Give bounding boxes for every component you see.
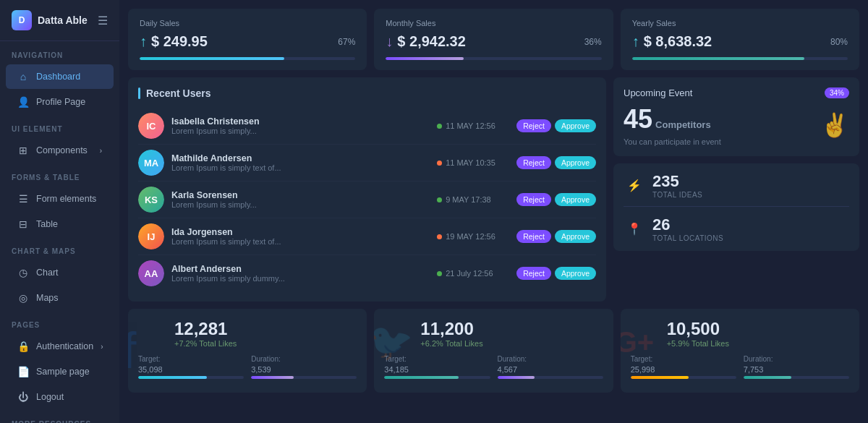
sidebar-item-authentication[interactable]: 🔒 Authentication ›: [6, 334, 114, 359]
approve-button-3[interactable]: Approve: [555, 230, 596, 243]
chevron-right-auth-icon: ›: [101, 343, 103, 351]
monthly-sales-progress-fill: [386, 57, 463, 60]
hamburger-icon[interactable]: ☰: [98, 14, 108, 27]
total-locations-count: 26: [652, 215, 723, 234]
nav-section-ui: UI ELEMENT ⊞ Components ›: [0, 115, 119, 163]
monthly-sales-label: Monthly Sales: [386, 19, 601, 27]
sidebar-item-dashboard-label: Dashboard: [36, 72, 80, 82]
lock-icon: 🔒: [17, 341, 29, 352]
googleplus-bottom: Target: 25,998 Duration: 7,753: [631, 355, 849, 379]
daily-sales-progress-bg: [140, 57, 355, 60]
user-time-4: 21 July 12:56: [437, 269, 509, 278]
daily-sales-percent: 67%: [338, 37, 355, 47]
user-desc-3: Lorem Ipsum is simply text of...: [171, 237, 430, 246]
reject-button-2[interactable]: Reject: [516, 193, 551, 206]
user-time-0: 11 MAY 12:56: [437, 121, 509, 130]
nav-label-forms: FORMS & TABLE: [0, 163, 119, 186]
event-count-sub: Competitors: [655, 119, 711, 130]
twitter-target-val: 34,185: [384, 365, 490, 374]
sidebar-item-maps[interactable]: ◎ Maps: [6, 286, 114, 310]
reject-button-0[interactable]: Reject: [516, 119, 551, 132]
googleplus-duration: Duration: 7,753: [744, 355, 849, 379]
user-time-3: 19 MAY 12:56: [437, 232, 509, 241]
event-count-number: 45: [624, 104, 652, 134]
user-actions-1: Reject Approve: [516, 156, 596, 169]
page-icon: 📄: [17, 366, 29, 377]
nav-section-navigation: NAVIGATION ⌂ Dashboard 👤 Profile Page: [0, 41, 119, 115]
sidebar-item-form-elements[interactable]: ☰ Form elements: [6, 187, 114, 211]
user-name-4: Albert Andersen: [171, 264, 430, 274]
event-count-area: 45 Competitors You can participate in ev…: [624, 104, 721, 146]
sidebar-item-profile[interactable]: 👤 Profile Page: [6, 90, 114, 114]
logo-text: Datta Able: [38, 14, 88, 26]
avatar-ida: IJ: [138, 223, 164, 249]
user-row-3: IJ Ida Jorgensen Lorem Ipsum is simply t…: [138, 218, 596, 255]
daily-sales-card: Daily Sales ↑ $ 249.95 67%: [128, 9, 367, 70]
googleplus-duration-val: 7,753: [744, 365, 849, 374]
total-ideas-label: TOTAL IDEAS: [652, 191, 702, 199]
googleplus-bar1: [631, 376, 736, 379]
user-row-4: AA Albert Andersen Lorem Ipsum is simply…: [138, 255, 596, 291]
googleplus-main: 10,500 +5.9% Total Likes: [631, 319, 849, 348]
maps-icon: ◎: [17, 292, 29, 304]
reject-button-3[interactable]: Reject: [516, 230, 551, 243]
sidebar-logo: D Datta Able ☰: [0, 0, 119, 41]
approve-button-1[interactable]: Approve: [555, 156, 596, 169]
facebook-count: 12,281: [174, 319, 237, 339]
sidebar-item-sample-label: Sample page: [36, 367, 90, 377]
sidebar: D Datta Able ☰ NAVIGATION ⌂ Dashboard 👤 …: [0, 0, 119, 423]
chart-icon: ◷: [17, 267, 29, 278]
reject-button-1[interactable]: Reject: [516, 156, 551, 169]
approve-button-2[interactable]: Approve: [555, 193, 596, 206]
avatar-img-4: AA: [138, 260, 164, 286]
avatar-img-0: IC: [138, 113, 164, 139]
avatar-img-3: IJ: [138, 223, 164, 249]
approve-button-0[interactable]: Approve: [555, 119, 596, 132]
yearly-sales-percent: 80%: [830, 37, 848, 47]
approve-button-4[interactable]: Approve: [555, 267, 596, 280]
status-dot-2: [437, 197, 442, 202]
googleplus-count: 10,500: [667, 319, 729, 339]
event-count: 45 Competitors: [624, 104, 721, 134]
monthly-sales-progress-bg: [386, 57, 601, 60]
sidebar-item-components[interactable]: ⊞ Components ›: [6, 138, 114, 163]
recent-users-card: Recent Users IC Isabella Christensen Lor…: [128, 77, 606, 302]
facebook-bg-icon: f: [128, 322, 136, 380]
googleplus-bar2: [744, 376, 849, 379]
yearly-sales-value: ↑ $ 8,638.32: [632, 33, 712, 50]
facebook-target: Target: 35,098: [138, 355, 244, 379]
sidebar-item-dashboard[interactable]: ⌂ Dashboard: [6, 64, 114, 89]
logo-icon: D: [12, 10, 32, 30]
nav-section-pages: PAGES 🔒 Authentication › 📄 Sample page ⏻…: [0, 311, 119, 410]
facebook-left: 12,281 +7.2% Total Likes: [138, 319, 237, 348]
sidebar-item-sample[interactable]: 📄 Sample page: [6, 359, 114, 384]
user-actions-4: Reject Approve: [516, 267, 596, 280]
user-actions-3: Reject Approve: [516, 230, 596, 243]
sidebar-item-table[interactable]: ⊟ Table: [6, 212, 114, 236]
twitter-bottom: Target: 34,185 Duration: 4,567: [384, 355, 603, 379]
nav-label-pages: PAGES: [0, 311, 119, 333]
location-icon: 📍: [624, 218, 645, 240]
reject-button-4[interactable]: Reject: [516, 267, 551, 280]
status-dot-3: [437, 234, 442, 239]
user-row-1: MA Mathilde Andersen Lorem Ipsum is simp…: [138, 145, 596, 181]
sidebar-item-chart[interactable]: ◷ Chart: [6, 260, 114, 285]
twitter-count: 11,200: [420, 319, 482, 339]
user-name-3: Ida Jorgensen: [171, 227, 430, 237]
user-date-2: 9 MAY 17:38: [446, 195, 491, 204]
twitter-main: 11,200 +6.2% Total Likes: [384, 319, 603, 348]
yearly-sales-card: Yearly Sales ↑ $ 8,638.32 80%: [621, 9, 859, 70]
user-desc-2: Lorem Ipsum is simply...: [171, 200, 430, 209]
nav-section-chart: CHART & MAPS ◷ Chart ◎ Maps: [0, 237, 119, 311]
nav-label-resources: MORE RESOURCES: [0, 410, 119, 423]
sidebar-item-logout[interactable]: ⏻ Logout: [6, 385, 114, 409]
social-row: f 12,281 +7.2% Total Likes Target: 35,09…: [128, 309, 859, 393]
facebook-target-val: 35,098: [138, 365, 244, 374]
nav-label-ui: UI ELEMENT: [0, 115, 119, 137]
googleplus-card: G+ 10,500 +5.9% Total Likes Target: 25,9…: [621, 309, 859, 393]
chevron-right-icon: ›: [100, 147, 102, 155]
yearly-sales-progress-fill: [632, 57, 805, 60]
yearly-sales-label: Yearly Sales: [632, 19, 848, 27]
user-desc-0: Lorem Ipsum is simply...: [171, 127, 430, 135]
monthly-sales-percent: 36%: [584, 37, 602, 47]
